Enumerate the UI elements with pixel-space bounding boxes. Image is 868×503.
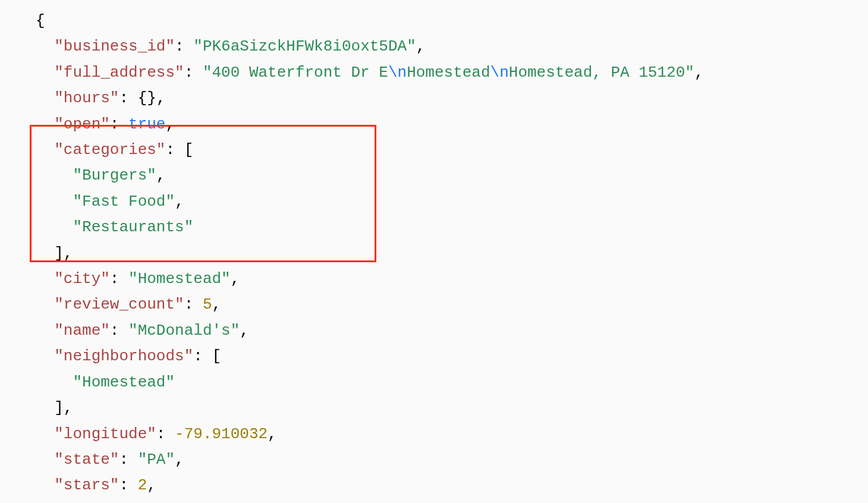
close-bracket-comma: ], (54, 244, 73, 262)
key-categories: "categories" (54, 141, 165, 159)
colon: : (119, 89, 137, 107)
colon: : (184, 295, 203, 313)
key-stars: "stars" (54, 476, 119, 494)
colon: : (184, 64, 203, 81)
colon: : (110, 322, 128, 339)
key-hours: "hours" (54, 89, 119, 107)
comma: , (416, 37, 426, 55)
json-code-block: { "business_id": "PK6aSizckHFWk8i0oxt5DA… (0, 0, 868, 499)
open-brace: { (36, 12, 45, 30)
key-longitude: "longitude" (54, 425, 156, 443)
val-hours: {} (138, 89, 156, 107)
comma: , (231, 270, 240, 288)
val-state: "PA" (138, 451, 175, 469)
val-category-2: "Fast Food" (73, 193, 175, 210)
val-business-id: "PK6aSizckHFWk8i0oxt5DA" (193, 37, 416, 55)
val-open: true (128, 115, 165, 133)
val-category-3: "Restaurants" (73, 218, 193, 236)
escape-n-2: \n (490, 64, 509, 81)
comma: , (147, 476, 156, 494)
open-bracket: [ (184, 141, 194, 159)
comma: , (175, 193, 184, 210)
val-address-1: "400 Waterfront Dr E (203, 64, 388, 81)
open-bracket: [ (212, 347, 221, 365)
comma: , (156, 89, 166, 107)
colon: : (165, 141, 184, 159)
colon: : (110, 270, 128, 288)
key-city: "city" (54, 270, 110, 288)
val-name: "McDonald's" (128, 322, 240, 339)
key-name: "name" (54, 322, 110, 339)
comma: , (240, 322, 249, 339)
val-longitude: -79.910032 (175, 425, 268, 443)
key-open: "open" (54, 115, 110, 133)
comma: , (175, 451, 184, 469)
key-state: "state" (54, 451, 119, 469)
val-stars: 2 (138, 476, 147, 494)
colon: : (193, 347, 212, 365)
comma: , (212, 295, 221, 313)
colon: : (110, 115, 128, 133)
val-review-count: 5 (203, 295, 212, 313)
comma: , (156, 166, 166, 184)
val-address-3: Homestead, PA 15120" (509, 64, 694, 81)
key-full-address: "full_address" (54, 64, 184, 81)
colon: : (119, 476, 137, 494)
key-neighborhoods: "neighborhoods" (54, 347, 193, 365)
comma: , (165, 115, 175, 133)
val-neighborhood-1: "Homestead" (73, 373, 175, 391)
val-city: "Homestead" (128, 270, 231, 288)
key-business-id: "business_id" (54, 37, 175, 55)
key-review-count: "review_count" (54, 295, 184, 313)
colon: : (156, 425, 175, 443)
colon: : (175, 37, 193, 55)
close-bracket-comma: ], (54, 399, 73, 417)
val-category-1: "Burgers" (73, 166, 156, 184)
val-address-2: Homestead (407, 64, 490, 81)
comma: , (268, 425, 277, 443)
comma: , (694, 64, 704, 81)
colon: : (119, 451, 137, 469)
escape-n-1: \n (388, 64, 407, 81)
